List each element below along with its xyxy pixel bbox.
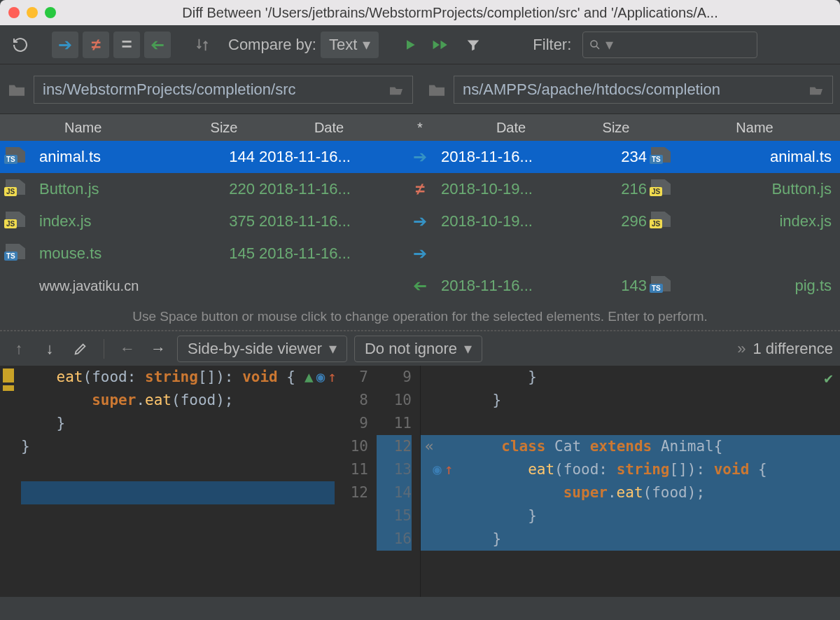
edit-button[interactable]: [69, 337, 92, 361]
code-line[interactable]: eat(food: string[]): void {: [457, 458, 767, 481]
file-date-left: 2018-11-16...: [259, 148, 399, 166]
row-op[interactable]: ➔: [399, 147, 441, 167]
file-icon: TS: [651, 147, 671, 163]
file-icon: JS: [6, 212, 25, 227]
row-op[interactable]: ➔: [399, 276, 441, 296]
open-folder-icon[interactable]: [388, 83, 404, 96]
file-name-left: Button.js: [36, 180, 189, 198]
code-line[interactable]: }: [457, 389, 501, 412]
equal-button[interactable]: =: [113, 32, 140, 58]
file-size-right: 296: [581, 212, 651, 230]
file-date-right: 2018-10-19...: [441, 180, 581, 198]
prev-diff-button[interactable]: ↑: [7, 337, 31, 361]
main-toolbar: ➔ ≠ = ➔ Compare by: Text ▾ Filter: ▾: [0, 25, 840, 64]
row-op[interactable]: ≠: [399, 179, 441, 199]
copy-right-button[interactable]: ➔: [52, 32, 78, 58]
not-equal-button[interactable]: ≠: [83, 32, 109, 58]
code-line[interactable]: }: [457, 528, 501, 551]
viewer-mode-select[interactable]: Side-by-side viewer ▾: [177, 336, 347, 362]
file-name-right: index.js: [682, 212, 834, 230]
file-name-left: index.js: [36, 212, 189, 230]
code-line[interactable]: super.eat(food);: [457, 481, 705, 504]
file-date-right: 2018-11-16...: [441, 277, 581, 295]
close-icon[interactable]: [8, 7, 20, 18]
search-icon: [589, 39, 601, 51]
file-icon: JS: [651, 212, 671, 227]
compare-table: Name Size Date * Date Size Name TSanimal…: [0, 114, 840, 302]
sync-selected-button[interactable]: [397, 32, 424, 58]
table-row[interactable]: JSButton.js2202018-11-16...≠2018-10-19..…: [0, 173, 840, 205]
expand-icon[interactable]: »: [737, 340, 746, 358]
code-line[interactable]: }: [21, 435, 307, 458]
file-icon: TS: [6, 147, 25, 163]
diff-left-pane[interactable]: eat(food: string[]): void {▲◉↑ super.eat…: [0, 366, 335, 597]
swap-button[interactable]: [189, 32, 216, 58]
change-markers: [0, 366, 14, 597]
right-path-input[interactable]: ns/AMPPS/apache/htdocs/completion: [454, 76, 833, 104]
file-date-right: 2018-11-16...: [441, 148, 581, 166]
code-line[interactable]: super.eat(food);: [21, 389, 307, 412]
file-size-right: 143: [581, 277, 651, 295]
file-icon: TS: [6, 244, 25, 259]
folder-icon: [427, 82, 447, 97]
maximize-icon[interactable]: [45, 7, 56, 18]
table-row[interactable]: TSanimal.ts1442018-11-16...➔2018-11-16..…: [0, 141, 840, 173]
filter-button[interactable]: [460, 32, 486, 58]
copy-left-button[interactable]: ➔: [144, 32, 171, 58]
dropdown-icon: ▾: [329, 340, 337, 358]
col-size-left[interactable]: Size: [189, 120, 259, 136]
svg-point-0: [591, 41, 597, 47]
diff-area: eat(food: string[]): void {▲◉↑ super.eat…: [0, 366, 840, 597]
file-date-right: 2018-10-19...: [441, 212, 581, 230]
code-line[interactable]: class Cat extends Animal{: [466, 435, 723, 458]
sync-all-button[interactable]: [428, 32, 456, 58]
compare-by-value: Text: [329, 36, 357, 54]
minimize-icon[interactable]: [27, 7, 38, 18]
diff-count-text: 1 difference: [752, 340, 833, 358]
col-size-right[interactable]: Size: [581, 120, 651, 136]
file-icon: TS: [651, 276, 671, 291]
ignore-value: Do not ignore: [365, 340, 457, 358]
forward-button[interactable]: →: [146, 337, 170, 361]
col-name-right[interactable]: Name: [682, 120, 834, 136]
ignore-select[interactable]: Do not ignore ▾: [354, 336, 482, 362]
row-op[interactable]: ➔: [399, 212, 441, 231]
filter-input[interactable]: ▾: [582, 32, 757, 58]
left-line-numbers: 789101112: [335, 366, 377, 597]
folder-icon: [7, 82, 27, 97]
next-diff-button[interactable]: ↓: [38, 337, 62, 361]
table-row[interactable]: JSindex.js3752018-11-16...➔2018-10-19...…: [0, 205, 840, 237]
compare-by-select[interactable]: Text ▾: [321, 32, 379, 58]
ok-icon: ✔: [824, 370, 833, 387]
col-date-right[interactable]: Date: [441, 120, 581, 136]
row-op[interactable]: ➔: [399, 244, 441, 263]
file-date-left: 2018-11-16...: [259, 244, 399, 263]
watermark: www.javatiku.cn: [39, 278, 139, 294]
file-date-left: 2018-11-16...: [259, 180, 399, 198]
code-line[interactable]: }: [21, 412, 307, 435]
col-op[interactable]: *: [399, 120, 441, 136]
refresh-button[interactable]: [7, 32, 34, 58]
apply-left-icon[interactable]: «: [421, 435, 438, 458]
back-button[interactable]: ←: [115, 337, 139, 361]
diff-right-pane[interactable]: ✔ } } « class Cat extends Animal{ ◉↑ eat…: [420, 366, 840, 597]
dropdown-icon: ▾: [606, 36, 613, 54]
code-line[interactable]: eat(food: string[]): void {: [21, 366, 307, 389]
col-name-left[interactable]: Name: [36, 120, 189, 136]
code-line[interactable]: }: [457, 366, 537, 389]
dropdown-icon: ▾: [464, 340, 472, 358]
diff-count: » 1 difference: [737, 340, 833, 358]
file-name-right: Button.js: [682, 180, 834, 198]
file-date-left: 2018-11-16...: [259, 212, 399, 230]
right-path-text: ns/AMPPS/apache/htdocs/completion: [463, 81, 720, 99]
col-date-left[interactable]: Date: [259, 120, 399, 136]
table-row[interactable]: TSmouse.ts1452018-11-16...➔: [0, 237, 840, 270]
code-line[interactable]: }: [457, 504, 537, 528]
table-row[interactable]: www.javatiku.cn➔2018-11-16...143TSpig.ts: [0, 270, 840, 302]
left-path-text: ins/WebstormProjects/completion/src: [43, 81, 296, 99]
open-folder-icon[interactable]: [808, 83, 824, 96]
window-title: Diff Between '/Users/jetbrains/WebstormP…: [69, 5, 832, 21]
left-path-input[interactable]: ins/WebstormProjects/completion/src: [34, 76, 413, 104]
file-size-right: 234: [581, 148, 651, 166]
file-size-left: 145: [189, 244, 259, 263]
